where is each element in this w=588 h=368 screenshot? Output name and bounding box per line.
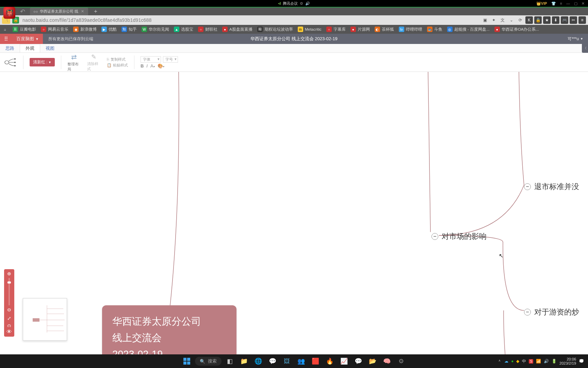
browser-360-icon[interactable]: 🔥 (324, 356, 336, 367)
tray-wifi-icon[interactable]: 📶 (536, 359, 541, 364)
bookmark-item[interactable]: ▶优酷 (99, 27, 119, 32)
tray-chevron-up-icon[interactable]: ＾ (497, 358, 502, 364)
mindmap-node-specul[interactable]: − 对于游资的炒 (524, 307, 579, 317)
home-bookmark[interactable]: ⌂ (0, 27, 10, 32)
mindmap-app-icon[interactable]: 🧠 (381, 356, 393, 367)
bookmark-item[interactable]: mMetacritic (295, 27, 324, 32)
collapse-ribbon-button[interactable]: 〈 (582, 44, 588, 53)
tray-cloud-icon[interactable]: ☁ (504, 359, 508, 364)
maximize-icon[interactable]: ▢ (574, 1, 577, 6)
bookmark-item[interactable]: ●A股盘面直播 (220, 27, 255, 32)
obs-icon[interactable]: ⚙ (395, 356, 407, 367)
bookmark-item[interactable]: tv哔哩哔哩 (396, 27, 425, 32)
ext-menu-icon[interactable]: ≡ (578, 16, 586, 24)
ext-download-icon[interactable]: ⬇ (552, 16, 559, 24)
task-view-button[interactable]: ◧ (224, 356, 236, 367)
ext-screenshot-icon[interactable]: ▣ (481, 16, 489, 24)
fill-color-button[interactable]: 🎨▾ (158, 63, 164, 68)
apps-grid-button[interactable]: ⠿ (0, 34, 12, 44)
fit-button[interactable]: ⤢ (7, 316, 11, 321)
bookmark-item[interactable]: ◎超能搜 - 百度网盘... (445, 27, 492, 32)
tab-waiguan[interactable]: 外观 (20, 44, 40, 52)
brand-menu[interactable]: 百度脑图 ▼ (12, 34, 43, 44)
reload-icon[interactable]: ⟳ (517, 16, 524, 24)
font-size-select[interactable]: 字号 (163, 56, 178, 63)
italic-button[interactable]: I (146, 63, 148, 68)
tab-close-icon[interactable]: ✕ (80, 9, 85, 14)
tab-silu[interactable]: 思路 (0, 44, 20, 52)
bookmark-item[interactable]: 知知乎 (119, 27, 139, 32)
close-icon[interactable]: ✕ (582, 1, 585, 6)
tray-ime[interactable]: 中 (522, 358, 526, 364)
font-color-button[interactable]: A▾ (150, 63, 155, 68)
zoom-out-button[interactable]: ⊖ (6, 307, 12, 313)
bookmark-item[interactable]: 🐟斗鱼 (425, 27, 445, 32)
audio-icon[interactable]: 🔊 (305, 1, 310, 6)
bookmark-item[interactable]: ◐茶杯狐 (372, 27, 396, 32)
ext-translate-icon[interactable]: 文 (499, 16, 506, 24)
tab-shitu[interactable]: 视图 (40, 44, 60, 52)
bookmark-item[interactable]: ●片源网 (348, 27, 372, 32)
mindmap-root-node[interactable]: 华西证券太原分公司 线上交流会 2023-02-19 (102, 305, 236, 354)
node-collapse-icon[interactable]: − (431, 233, 438, 240)
start-button[interactable] (181, 356, 193, 367)
copy-style-button[interactable]: ⎘复制样式 (107, 57, 128, 62)
minimize-icon[interactable]: — (566, 1, 570, 5)
tray-clock[interactable]: 20:06 2023/2/19 (559, 357, 576, 365)
tray-volume-icon[interactable]: 🔊 (544, 359, 549, 364)
font-family-select[interactable]: 字体 (141, 56, 161, 63)
ext-gamepad-icon[interactable]: 🎮 (561, 16, 568, 24)
url-text[interactable]: naotu.baidu.com/file/1d7a839aede0c8fae4d… (21, 17, 479, 23)
user-menu[interactable]: 可***u ▼ (563, 36, 588, 42)
browser-tab[interactable]: ○○ 华西证券太原分公司 线 ✕ (30, 7, 88, 15)
wechat-icon[interactable]: 💬 (352, 356, 364, 367)
chat-icon[interactable]: 💬 (266, 356, 279, 367)
settings-icon[interactable]: ⚙ (300, 1, 303, 6)
tray-notifications-icon[interactable]: 💭 (579, 359, 584, 364)
edge-icon[interactable]: 🌐 (252, 356, 264, 367)
mindmap-node-delist[interactable]: − 退市标准并没 (524, 182, 579, 192)
node-collapse-icon[interactable]: − (524, 309, 531, 316)
tray-sogou-icon[interactable]: S (529, 359, 533, 364)
bookmark-item[interactable]: 期期权论坛波动率 (255, 27, 295, 32)
bookmark-item[interactable]: ◉新浪微博 (71, 27, 99, 32)
ext-lock-icon[interactable]: 🔒 (534, 16, 542, 24)
app-red-icon[interactable]: 🟥 (309, 356, 322, 367)
zoom-slider[interactable] (9, 278, 10, 305)
bookmark-item[interactable]: 豆豆瓣电影 (10, 27, 38, 32)
bold-button[interactable]: B (141, 63, 144, 68)
node-collapse-icon[interactable]: − (524, 183, 531, 190)
ext-bookmark-icon[interactable]: ★ (543, 16, 551, 24)
bookmark-item[interactable]: ○字幕库 (324, 27, 348, 32)
paste-style-button[interactable]: 📋粘贴样式 (107, 63, 128, 68)
ext-star-icon[interactable]: ✦ (490, 16, 497, 24)
structure-icon[interactable] (3, 58, 17, 67)
theme-select[interactable]: 清新红 ▼ (30, 58, 55, 66)
bookmark-item[interactable]: ▲选股宝 (172, 27, 196, 32)
profile-avatar[interactable]: 👹 (3, 7, 15, 19)
bookmark-item[interactable]: ○财联社 (196, 27, 220, 32)
new-tab-button[interactable]: ＋ (88, 8, 103, 15)
layout-button[interactable]: ⇄ 整理布局 (67, 53, 81, 72)
zoom-in-button[interactable]: ⊕ (6, 271, 12, 277)
bookmark-item[interactable]: W华尔街见闻 (139, 27, 172, 32)
mindmap-canvas[interactable]: 华西证券太原分公司 线上交流会 2023-02-19 − 对市场的影响 − 退市… (0, 72, 588, 354)
skin-icon[interactable]: 👕 (551, 1, 556, 6)
bookmark-item[interactable]: ●华西证券OA办公系... (492, 27, 541, 32)
folder2-icon[interactable]: 📂 (366, 356, 379, 367)
bookmark-item[interactable]: ○网易云音乐 (38, 27, 71, 32)
tray-security-icon[interactable]: ◆ (516, 359, 519, 364)
people-icon[interactable]: 👥 (295, 356, 307, 367)
taskbar-search[interactable]: 🔍搜索 (195, 357, 222, 366)
menu-icon[interactable]: ≡ (560, 1, 562, 5)
ext-scissors-icon[interactable]: ✂ (570, 16, 577, 24)
minimap[interactable] (23, 298, 67, 341)
ext-k-icon[interactable]: K (525, 16, 533, 24)
minimap-toggle[interactable]: 👁 (4, 327, 14, 337)
tray-wechat-icon[interactable]: ● (511, 359, 513, 364)
ths-icon[interactable]: 📈 (338, 356, 350, 367)
clear-style-button[interactable]: ✎ 清除样式 (87, 53, 101, 72)
history-back-icon[interactable]: ↶ (15, 8, 30, 15)
tray-battery-icon[interactable]: 🔋 (552, 359, 557, 364)
image-icon[interactable]: 🖼 (281, 356, 293, 367)
